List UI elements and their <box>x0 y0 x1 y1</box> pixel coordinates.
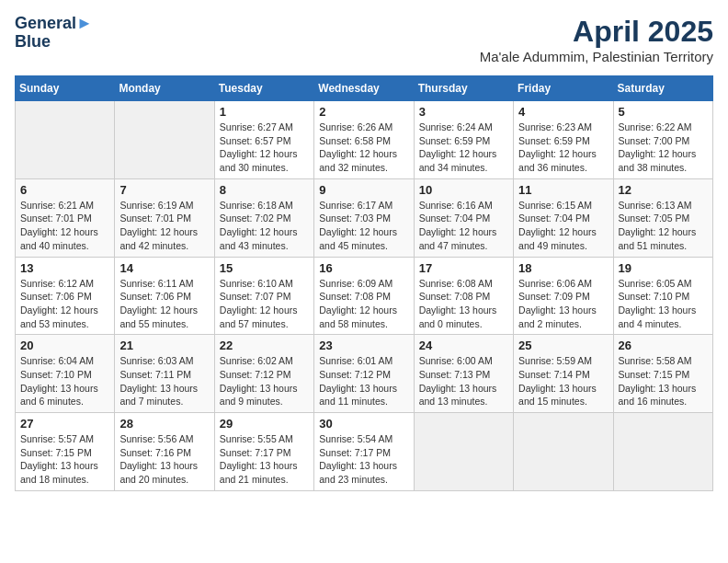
day-number: 13 <box>20 261 109 275</box>
day-info: Sunrise: 6:18 AM Sunset: 7:02 PM Dayligh… <box>220 199 309 253</box>
weekday-header-cell: Monday <box>115 76 214 101</box>
day-info: Sunrise: 6:22 AM Sunset: 7:00 PM Dayligh… <box>619 121 708 175</box>
day-info: Sunrise: 6:26 AM Sunset: 6:58 PM Dayligh… <box>319 121 408 175</box>
day-number: 20 <box>20 339 109 352</box>
calendar-day-cell: 7Sunrise: 6:19 AM Sunset: 7:01 PM Daylig… <box>115 178 214 257</box>
day-number: 16 <box>319 261 408 275</box>
calendar-day-cell: 24Sunrise: 6:00 AM Sunset: 7:13 PM Dayli… <box>414 335 513 413</box>
day-info: Sunrise: 6:02 AM Sunset: 7:12 PM Dayligh… <box>220 354 309 408</box>
day-number: 7 <box>119 183 209 197</box>
title-block: April 2025 Ma'ale Adummim, Palestinian T… <box>480 15 713 64</box>
day-info: Sunrise: 5:55 AM Sunset: 7:17 PM Dayligh… <box>220 432 309 487</box>
logo-text: General►Blue <box>15 15 93 52</box>
calendar-week-row: 20Sunrise: 6:04 AM Sunset: 7:10 PM Dayli… <box>16 335 713 413</box>
weekday-header-cell: Sunday <box>16 76 115 101</box>
day-info: Sunrise: 6:16 AM Sunset: 7:04 PM Dayligh… <box>419 199 508 253</box>
day-info: Sunrise: 6:24 AM Sunset: 6:59 PM Dayligh… <box>419 121 508 175</box>
logo: General►Blue <box>15 15 93 52</box>
day-number: 29 <box>220 417 309 431</box>
day-number: 9 <box>319 183 408 197</box>
day-info: Sunrise: 6:23 AM Sunset: 6:59 PM Dayligh… <box>518 121 608 175</box>
calendar-day-cell: 23Sunrise: 6:01 AM Sunset: 7:12 PM Dayli… <box>314 335 414 413</box>
day-number: 8 <box>220 183 309 197</box>
day-info: Sunrise: 6:04 AM Sunset: 7:10 PM Dayligh… <box>20 354 109 408</box>
calendar-day-cell <box>613 413 712 491</box>
weekday-header-cell: Wednesday <box>314 76 414 101</box>
day-number: 4 <box>518 105 608 119</box>
calendar-day-cell: 28Sunrise: 5:56 AM Sunset: 7:16 PM Dayli… <box>115 413 214 491</box>
day-number: 3 <box>419 105 508 119</box>
day-number: 24 <box>419 339 508 352</box>
calendar-day-cell: 16Sunrise: 6:09 AM Sunset: 7:08 PM Dayli… <box>314 257 414 335</box>
day-info: Sunrise: 6:03 AM Sunset: 7:11 PM Dayligh… <box>119 354 209 408</box>
day-number: 14 <box>119 261 209 275</box>
calendar-day-cell: 1Sunrise: 6:27 AM Sunset: 6:57 PM Daylig… <box>214 101 313 179</box>
day-info: Sunrise: 6:06 AM Sunset: 7:09 PM Dayligh… <box>518 277 608 331</box>
calendar-day-cell: 29Sunrise: 5:55 AM Sunset: 7:17 PM Dayli… <box>214 413 313 491</box>
day-info: Sunrise: 6:01 AM Sunset: 7:12 PM Dayligh… <box>319 354 408 408</box>
day-number: 30 <box>319 417 408 431</box>
day-info: Sunrise: 6:09 AM Sunset: 7:08 PM Dayligh… <box>319 277 408 331</box>
calendar-day-cell: 26Sunrise: 5:58 AM Sunset: 7:15 PM Dayli… <box>613 335 712 413</box>
calendar-day-cell: 4Sunrise: 6:23 AM Sunset: 6:59 PM Daylig… <box>514 101 613 179</box>
day-number: 22 <box>220 339 309 352</box>
calendar-subtitle: Ma'ale Adummim, Palestinian Territory <box>480 49 713 64</box>
day-info: Sunrise: 6:12 AM Sunset: 7:06 PM Dayligh… <box>20 277 109 331</box>
day-number: 26 <box>619 339 708 352</box>
calendar-day-cell: 12Sunrise: 6:13 AM Sunset: 7:05 PM Dayli… <box>613 178 712 257</box>
weekday-header-cell: Friday <box>514 76 613 101</box>
calendar-day-cell: 6Sunrise: 6:21 AM Sunset: 7:01 PM Daylig… <box>16 178 115 257</box>
calendar-day-cell <box>514 413 613 491</box>
day-number: 12 <box>619 183 708 197</box>
day-number: 23 <box>319 339 408 352</box>
day-info: Sunrise: 6:21 AM Sunset: 7:01 PM Dayligh… <box>20 199 109 253</box>
day-info: Sunrise: 5:59 AM Sunset: 7:14 PM Dayligh… <box>518 354 608 408</box>
calendar-day-cell: 3Sunrise: 6:24 AM Sunset: 6:59 PM Daylig… <box>414 101 513 179</box>
day-info: Sunrise: 6:11 AM Sunset: 7:06 PM Dayligh… <box>119 277 209 331</box>
calendar-day-cell <box>414 413 513 491</box>
calendar-day-cell: 19Sunrise: 6:05 AM Sunset: 7:10 PM Dayli… <box>613 257 712 335</box>
calendar-title: April 2025 <box>480 15 713 49</box>
calendar-day-cell: 13Sunrise: 6:12 AM Sunset: 7:06 PM Dayli… <box>16 257 115 335</box>
day-number: 21 <box>119 339 209 352</box>
day-info: Sunrise: 6:05 AM Sunset: 7:10 PM Dayligh… <box>619 277 708 331</box>
day-info: Sunrise: 5:56 AM Sunset: 7:16 PM Dayligh… <box>119 432 209 487</box>
day-info: Sunrise: 6:13 AM Sunset: 7:05 PM Dayligh… <box>619 199 708 253</box>
calendar-day-cell <box>115 101 214 179</box>
calendar-day-cell: 17Sunrise: 6:08 AM Sunset: 7:08 PM Dayli… <box>414 257 513 335</box>
day-info: Sunrise: 6:00 AM Sunset: 7:13 PM Dayligh… <box>419 354 508 408</box>
calendar-week-row: 27Sunrise: 5:57 AM Sunset: 7:15 PM Dayli… <box>16 413 713 491</box>
day-number: 5 <box>619 105 708 119</box>
weekday-header-cell: Thursday <box>414 76 513 101</box>
day-number: 10 <box>419 183 508 197</box>
calendar-day-cell: 10Sunrise: 6:16 AM Sunset: 7:04 PM Dayli… <box>414 178 513 257</box>
calendar-day-cell: 27Sunrise: 5:57 AM Sunset: 7:15 PM Dayli… <box>16 413 115 491</box>
calendar-day-cell: 14Sunrise: 6:11 AM Sunset: 7:06 PM Dayli… <box>115 257 214 335</box>
day-info: Sunrise: 6:19 AM Sunset: 7:01 PM Dayligh… <box>119 199 209 253</box>
calendar-week-row: 6Sunrise: 6:21 AM Sunset: 7:01 PM Daylig… <box>16 178 713 257</box>
calendar-week-row: 13Sunrise: 6:12 AM Sunset: 7:06 PM Dayli… <box>16 257 713 335</box>
day-number: 11 <box>518 183 608 197</box>
calendar-week-row: 1Sunrise: 6:27 AM Sunset: 6:57 PM Daylig… <box>16 101 713 179</box>
day-info: Sunrise: 6:08 AM Sunset: 7:08 PM Dayligh… <box>419 277 508 331</box>
day-number: 17 <box>419 261 508 275</box>
calendar-day-cell: 2Sunrise: 6:26 AM Sunset: 6:58 PM Daylig… <box>314 101 414 179</box>
weekday-header-cell: Saturday <box>613 76 712 101</box>
day-number: 1 <box>220 105 309 119</box>
day-number: 15 <box>220 261 309 275</box>
day-number: 2 <box>319 105 408 119</box>
calendar-body: 1Sunrise: 6:27 AM Sunset: 6:57 PM Daylig… <box>16 101 713 491</box>
calendar-day-cell: 30Sunrise: 5:54 AM Sunset: 7:17 PM Dayli… <box>314 413 414 491</box>
day-number: 6 <box>20 183 109 197</box>
calendar-day-cell: 22Sunrise: 6:02 AM Sunset: 7:12 PM Dayli… <box>214 335 313 413</box>
day-number: 25 <box>518 339 608 352</box>
day-number: 19 <box>619 261 708 275</box>
calendar-day-cell: 11Sunrise: 6:15 AM Sunset: 7:04 PM Dayli… <box>514 178 613 257</box>
calendar-day-cell: 20Sunrise: 6:04 AM Sunset: 7:10 PM Dayli… <box>16 335 115 413</box>
day-info: Sunrise: 5:54 AM Sunset: 7:17 PM Dayligh… <box>319 432 408 487</box>
weekday-header-cell: Tuesday <box>214 76 313 101</box>
calendar-day-cell: 15Sunrise: 6:10 AM Sunset: 7:07 PM Dayli… <box>214 257 313 335</box>
calendar-day-cell: 9Sunrise: 6:17 AM Sunset: 7:03 PM Daylig… <box>314 178 414 257</box>
calendar-day-cell: 18Sunrise: 6:06 AM Sunset: 7:09 PM Dayli… <box>514 257 613 335</box>
day-info: Sunrise: 6:10 AM Sunset: 7:07 PM Dayligh… <box>220 277 309 331</box>
